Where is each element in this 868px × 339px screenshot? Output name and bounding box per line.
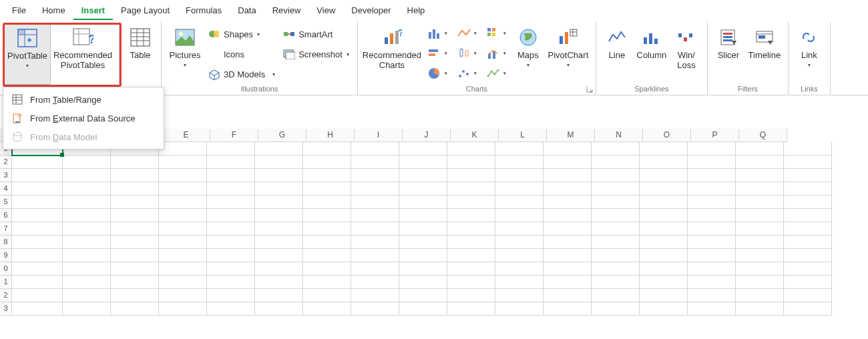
column-header[interactable]: K [451,129,499,142]
cell[interactable] [207,289,255,302]
tab-file[interactable]: File [4,2,34,20]
cell[interactable] [688,262,736,276]
cell[interactable] [592,142,640,155]
cell[interactable] [447,182,495,196]
cell[interactable] [399,222,447,236]
cell[interactable] [544,236,592,249]
tab-data[interactable]: Data [230,2,264,20]
cell[interactable] [447,236,495,249]
cell[interactable] [640,209,688,222]
cell[interactable] [592,222,640,236]
cell[interactable] [63,222,111,236]
cell[interactable] [303,142,351,155]
cell[interactable] [303,249,351,262]
cell[interactable] [640,262,688,276]
cell[interactable] [495,209,544,222]
cell[interactable] [399,209,447,222]
cell[interactable] [640,196,688,209]
row-header[interactable]: 2 [0,155,12,169]
cell[interactable] [592,169,640,182]
cell[interactable] [255,155,303,169]
cell[interactable] [592,196,640,209]
cell[interactable] [12,196,63,209]
cell[interactable] [688,142,736,155]
cell[interactable] [592,236,640,249]
cell[interactable] [159,169,207,182]
cell[interactable] [495,249,544,262]
from-external-source-item[interactable]: From External Data Source [3,109,164,127]
cell[interactable] [399,155,447,169]
cell[interactable] [207,249,255,262]
cell[interactable] [111,222,159,236]
cell[interactable] [640,182,688,196]
pivottable-button[interactable]: PivotTable ▾ [4,24,51,85]
cell[interactable] [784,196,832,209]
column-header[interactable]: O [643,129,691,142]
cell[interactable] [255,209,303,222]
cell[interactable] [688,289,736,302]
column-header[interactable]: J [403,129,451,142]
cell[interactable] [351,209,399,222]
cell[interactable] [255,262,303,276]
cell[interactable] [255,182,303,196]
cell[interactable] [207,276,255,289]
cell[interactable] [544,289,592,302]
tab-insert[interactable]: Insert [73,2,113,20]
cell[interactable] [640,169,688,182]
cell[interactable] [255,169,303,182]
cell[interactable] [351,196,399,209]
cell[interactable] [592,262,640,276]
cell[interactable] [688,249,736,262]
link-button[interactable]: Link ▾ [793,24,826,85]
cell[interactable] [784,169,832,182]
cell[interactable] [63,289,111,302]
tab-developer[interactable]: Developer [343,2,399,20]
recommended-pivottables-button[interactable]: ? Recommended PivotTables [51,24,115,85]
cell[interactable] [495,142,544,155]
row-header[interactable]: 9 [0,249,12,262]
cell[interactable] [303,155,351,169]
cell[interactable] [63,169,111,182]
cell[interactable] [736,182,784,196]
cell[interactable] [447,142,495,155]
cell[interactable] [303,262,351,276]
cell[interactable] [255,236,303,249]
cell[interactable] [351,289,399,302]
cell[interactable] [447,276,495,289]
cell[interactable] [736,249,784,262]
cell[interactable] [736,142,784,155]
cell[interactable] [736,262,784,276]
cell[interactable] [303,289,351,302]
chart-column-button[interactable]: ▾ [423,24,451,43]
column-header[interactable]: Q [739,129,787,142]
cell[interactable] [399,182,447,196]
cell[interactable] [447,155,495,169]
cell[interactable] [159,289,207,302]
cell[interactable] [63,302,111,316]
tab-view[interactable]: View [308,2,343,20]
cell[interactable] [12,169,63,182]
chart-surface-button[interactable]: ▾ [482,64,510,83]
cell[interactable] [688,236,736,249]
cell[interactable] [12,289,63,302]
cell[interactable] [63,236,111,249]
cell[interactable] [736,302,784,316]
cell[interactable] [544,182,592,196]
chart-hierarchy-button[interactable]: ▾ [423,44,451,63]
cell[interactable] [688,155,736,169]
cell[interactable] [207,196,255,209]
cell[interactable] [255,222,303,236]
cell[interactable] [351,182,399,196]
cell[interactable] [736,209,784,222]
cell[interactable] [736,236,784,249]
row-header[interactable]: 7 [0,222,12,236]
cell[interactable] [159,249,207,262]
cell[interactable] [159,302,207,316]
cell[interactable] [495,262,544,276]
cell[interactable] [640,249,688,262]
cell[interactable] [447,289,495,302]
cell[interactable] [207,142,255,155]
chart-pie-button[interactable]: ▾ [423,64,451,83]
icons-button[interactable]: Icons [207,47,276,61]
cell[interactable] [399,276,447,289]
